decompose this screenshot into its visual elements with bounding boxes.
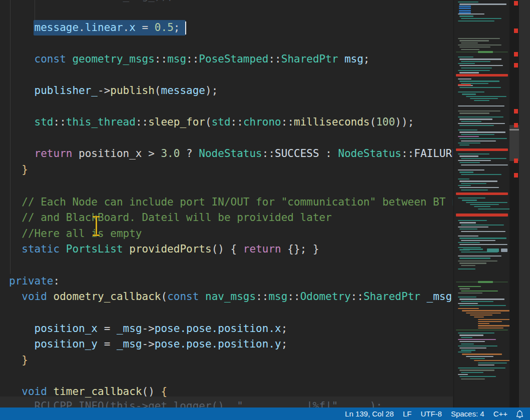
status-item-eol[interactable]: LF	[398, 408, 416, 420]
minimap-line	[458, 296, 476, 298]
code-line[interactable]: void odometry_callback(const nav_msgs::m…	[9, 289, 452, 304]
minimap-line	[459, 16, 473, 16]
code-token	[9, 338, 35, 350]
code-token: ->	[142, 322, 155, 334]
minimap-line	[459, 228, 477, 230]
editor-scrollbar[interactable]	[509, 0, 519, 408]
status-item-encoding[interactable]: UTF-8	[416, 408, 446, 420]
code-token: SharedPtr	[363, 290, 420, 302]
editor-code-area[interactable]: _msg_)); message.linear.x = 0.5; const g…	[0, 0, 453, 408]
minimap-line	[456, 330, 508, 330]
minimap[interactable]	[453, 0, 510, 408]
minimap-line	[459, 125, 494, 126]
code-line[interactable]: private:	[9, 274, 60, 288]
code-token: // Each Node can include port IN/OUT for…	[22, 196, 453, 208]
minimap-line	[458, 368, 505, 368]
code-token	[123, 243, 130, 255]
minimap-line	[461, 290, 498, 292]
code-token	[9, 116, 35, 128]
minimap-line	[459, 87, 501, 88]
minimap-line	[458, 38, 500, 39]
code-line[interactable]: }	[9, 352, 28, 368]
minimap-line	[470, 204, 499, 205]
minimap-line	[458, 185, 471, 186]
code-line[interactable]: const geometry_msgs::msg::PoseStamped::S…	[9, 52, 370, 66]
code-token: std	[212, 116, 231, 128]
minimap-line	[458, 2, 478, 2]
minimap-line	[458, 226, 488, 228]
code-line[interactable]: return position_x > 3.0 ? NodeStatus::SU…	[9, 146, 453, 161]
minimap-line	[474, 360, 510, 361]
bell-icon[interactable]	[512, 408, 527, 420]
minimap-line	[459, 187, 499, 188]
minimap-line	[458, 20, 494, 22]
code-token: msg	[338, 53, 364, 65]
code-token: ;	[281, 322, 288, 334]
minimap-line	[459, 244, 507, 245]
code-token: .	[123, 22, 130, 34]
minimap-line	[458, 78, 471, 80]
code-line[interactable]: //Here all is empty	[9, 226, 142, 241]
code-line[interactable]: void timer_callback() {	[9, 384, 167, 399]
minimap-line	[459, 348, 486, 348]
minimap-line	[462, 200, 477, 200]
code-token: ::	[401, 148, 414, 160]
minimap-line	[458, 56, 473, 58]
code-token: NodeStatus	[199, 148, 262, 160]
code-token	[199, 290, 205, 302]
minimap-line	[461, 42, 478, 44]
minimap-line	[478, 362, 507, 364]
error-marker	[514, 28, 518, 33]
code-token: {	[161, 386, 167, 398]
minimap-line	[461, 372, 483, 373]
code-token: _msg_));	[9, 0, 174, 2]
minimap-line	[462, 354, 502, 354]
status-item-cursor-position[interactable]: Ln 139, Col 28	[340, 408, 398, 420]
code-line[interactable]: position_y = _msg->pose.pose.position.y;	[9, 336, 287, 352]
code-line[interactable]: }	[9, 162, 28, 177]
code-token: sleep_for	[148, 116, 205, 128]
code-token: return	[35, 148, 73, 160]
code-line[interactable]: std::this_thread::sleep_for(std::chrono:…	[9, 114, 414, 130]
code-line[interactable]: static PortsList providedPorts() { retur…	[9, 242, 319, 256]
code-token: position_x	[72, 148, 148, 160]
code-token: position_y	[35, 338, 98, 350]
minimap-line	[458, 160, 491, 161]
minimap-line	[461, 174, 501, 175]
code-line[interactable]: message.linear.x = 0.5;	[9, 20, 180, 35]
code-line[interactable]: _msg_));	[9, 0, 174, 4]
code-token: :	[54, 275, 60, 287]
code-token	[9, 84, 35, 96]
code-token: ->	[142, 338, 155, 350]
minimap-line	[459, 6, 471, 7]
code-line[interactable]: RCLCPP_INFO(this->get_logger(), " |%f|",…	[9, 398, 382, 408]
code-token: ::	[136, 116, 148, 128]
minimap-line	[461, 378, 485, 380]
code-token: }	[22, 354, 28, 366]
code-line[interactable]: position_x = _msg->pose.pose.position.x;	[9, 321, 287, 336]
code-token: message	[35, 22, 79, 34]
status-item-indentation[interactable]: Spaces: 4	[446, 408, 489, 420]
code-token	[9, 354, 22, 366]
code-line[interactable]: publisher_->publish(message);	[9, 83, 218, 98]
minimap-line	[478, 319, 510, 320]
minimap-line	[461, 164, 508, 166]
minimap-line	[459, 132, 505, 132]
minimap-line	[461, 265, 475, 266]
code-line[interactable]: // and BlackBoard. Dateil will be proivi…	[9, 210, 332, 225]
minimap-line	[459, 370, 494, 370]
code-token: ;	[281, 338, 288, 350]
status-item-language-mode[interactable]: C++	[489, 408, 512, 420]
code-line[interactable]: // Each Node can include port IN/OUT for…	[9, 194, 453, 210]
minimap-line	[478, 321, 502, 322]
minimap-line	[458, 44, 501, 46]
code-token: ::	[54, 116, 66, 128]
minimap-line	[459, 334, 483, 336]
outer-background-panel	[519, 0, 530, 408]
minimap-line	[458, 154, 489, 154]
code-token: timer_callback	[54, 386, 142, 398]
minimap-line	[459, 238, 506, 238]
minimap-line	[458, 236, 478, 236]
code-token: RCLCPP_INFO(this->get_logger(), " |%f|",…	[9, 400, 382, 408]
code-token	[9, 386, 22, 398]
